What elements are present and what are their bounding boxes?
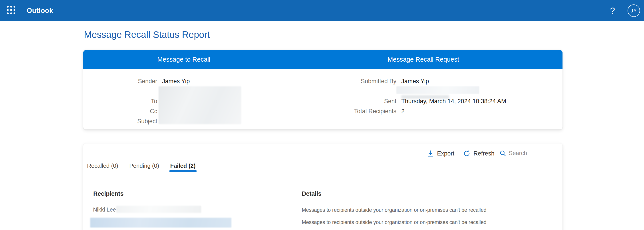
- total-recipients-label: Total Recipients: [284, 107, 396, 115]
- sent-row: Sent Thursday, March 14, 2024 10:38:24 A…: [284, 97, 506, 105]
- search-icon: [499, 150, 506, 157]
- page: Outlook ? JY Message Recall Status Repor…: [0, 0, 644, 230]
- export-label: Export: [437, 150, 454, 157]
- topbar: Outlook ? JY: [0, 0, 644, 21]
- message-recall-request-header: Message Recall Request: [284, 50, 562, 69]
- to-row: To: [83, 97, 157, 105]
- submitted-by-value: James Yip: [401, 77, 429, 85]
- app-title: Outlook: [27, 0, 53, 21]
- summary-card-header: Message to Recall Message Recall Request: [83, 50, 562, 69]
- results-card: Export Refresh Recalled (0) Pending (0): [83, 144, 562, 230]
- row-details: Messages to recipients outside your orga…: [302, 207, 486, 213]
- tab-recalled-label: Recalled (0): [87, 162, 118, 169]
- submitted-by-label: Submitted By: [284, 77, 396, 85]
- redacted-recipient-email: [116, 206, 201, 213]
- apps-waffle-icon[interactable]: [7, 6, 17, 16]
- redacted-to-cc-subject-values: [158, 86, 241, 124]
- tab-pending-label: Pending (0): [129, 162, 159, 169]
- sender-label: Sender: [83, 77, 157, 85]
- subject-label: Subject: [83, 117, 157, 125]
- avatar[interactable]: JY: [628, 5, 640, 17]
- tab-recalled[interactable]: Recalled (0): [86, 162, 119, 172]
- redacted-submitted-by-email: [396, 86, 479, 94]
- recipient-name: Nikki Lee: [93, 206, 116, 213]
- sender-row: Sender James Yip: [83, 77, 190, 85]
- export-button[interactable]: Export: [426, 148, 454, 159]
- to-label: To: [83, 97, 157, 105]
- help-icon[interactable]: ?: [607, 0, 618, 21]
- submitted-by-row: Submitted By James Yip: [284, 77, 429, 85]
- message-to-recall-header: Message to Recall: [83, 50, 284, 69]
- refresh-button[interactable]: Refresh: [463, 148, 494, 159]
- page-title: Message Recall Status Report: [84, 29, 210, 40]
- cc-label: Cc: [83, 107, 157, 115]
- total-recipients-value: 2: [401, 107, 404, 115]
- sender-value: James Yip: [162, 77, 190, 85]
- tab-failed-label: Failed (2): [170, 162, 196, 169]
- row-details: Messages to recipients outside your orga…: [302, 219, 486, 225]
- tab-failed[interactable]: Failed (2): [169, 162, 197, 172]
- summary-card: Message to Recall Message Recall Request…: [83, 50, 562, 130]
- refresh-icon: [463, 150, 470, 157]
- refresh-label: Refresh: [474, 150, 494, 157]
- status-tabs: Recalled (0) Pending (0) Failed (2): [86, 162, 197, 172]
- tab-pending[interactable]: Pending (0): [128, 162, 160, 172]
- redacted-text-streak: [401, 95, 449, 99]
- cc-row: Cc: [83, 107, 157, 115]
- search-input[interactable]: [509, 150, 553, 157]
- subject-row: Subject: [83, 117, 157, 125]
- redacted-recipient: [90, 218, 232, 227]
- recipients-column-header: Recipients: [93, 190, 124, 197]
- search-box[interactable]: [499, 148, 560, 159]
- sent-label: Sent: [284, 97, 396, 105]
- details-column-header: Details: [302, 190, 322, 197]
- total-recipients-row: Total Recipients 2: [284, 107, 404, 115]
- download-icon: [426, 150, 434, 157]
